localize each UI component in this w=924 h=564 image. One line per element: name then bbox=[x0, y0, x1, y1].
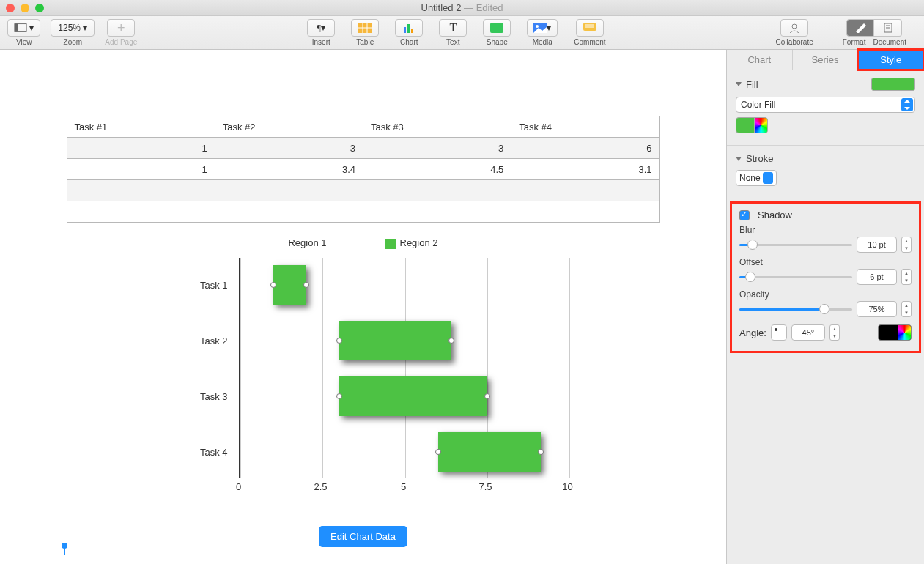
zoom-value: 125% bbox=[58, 23, 81, 33]
stroke-type-select[interactable]: None bbox=[736, 170, 777, 186]
table-cell[interactable] bbox=[67, 180, 215, 201]
table-cell[interactable] bbox=[215, 201, 363, 223]
chart-bar[interactable] bbox=[438, 432, 541, 472]
table-header[interactable]: Task #4 bbox=[511, 116, 659, 138]
legend-item: Region 2 bbox=[385, 237, 438, 249]
window-title: Untitled 2 — Edited bbox=[421, 2, 503, 13]
tab-chart[interactable]: Chart bbox=[727, 50, 793, 70]
blur-stepper[interactable]: ▲▼ bbox=[901, 237, 912, 253]
offset-value[interactable]: 6 pt bbox=[857, 269, 897, 285]
format-inspector-button[interactable] bbox=[846, 19, 874, 37]
table-cell[interactable] bbox=[67, 201, 215, 223]
document-inspector-button[interactable] bbox=[874, 19, 902, 37]
table-label: Table bbox=[356, 38, 374, 46]
table-header[interactable]: Task #1 bbox=[67, 116, 215, 138]
table-cell[interactable]: 3.4 bbox=[215, 159, 363, 180]
disclosure-triangle-icon[interactable] bbox=[736, 157, 742, 161]
collaborate-button[interactable] bbox=[780, 19, 808, 37]
color-wheel-icon[interactable] bbox=[898, 325, 911, 340]
table-cell[interactable] bbox=[215, 180, 363, 201]
offset-slider[interactable] bbox=[739, 270, 852, 283]
angle-stepper[interactable]: ▲▼ bbox=[829, 324, 840, 341]
angle-dial[interactable] bbox=[771, 324, 787, 341]
blur-slider[interactable] bbox=[739, 238, 852, 251]
y-axis-label: Task 2 bbox=[158, 335, 228, 346]
chart-bar[interactable] bbox=[273, 265, 306, 305]
legend-swatch bbox=[385, 239, 396, 249]
y-axis-label: Task 3 bbox=[158, 390, 228, 401]
table-cell[interactable]: 3.1 bbox=[511, 159, 659, 180]
x-axis-label: 0 bbox=[236, 481, 241, 492]
edit-chart-data-button[interactable]: Edit Chart Data bbox=[319, 526, 407, 547]
table-header[interactable]: Task #2 bbox=[215, 116, 363, 138]
fullscreen-window-button[interactable] bbox=[35, 4, 44, 12]
shadow-color-well[interactable] bbox=[878, 324, 912, 341]
table-header[interactable]: Task #3 bbox=[363, 116, 511, 138]
insert-label: Insert bbox=[312, 38, 330, 46]
opacity-slider[interactable] bbox=[739, 303, 852, 316]
fill-preview-swatch bbox=[871, 78, 915, 91]
table-cell[interactable]: 3 bbox=[215, 138, 363, 159]
table-cell[interactable] bbox=[363, 180, 511, 201]
chart[interactable]: Region 1 Region 2 bbox=[67, 237, 660, 547]
table-cell[interactable]: 1 bbox=[67, 159, 215, 180]
blur-value[interactable]: 10 pt bbox=[857, 237, 897, 253]
shape-button[interactable] bbox=[483, 19, 511, 37]
y-axis-label: Task 1 bbox=[158, 279, 228, 290]
table-cell[interactable]: 1 bbox=[67, 138, 215, 159]
comment-label: Comment bbox=[574, 38, 605, 46]
add-page-label: Add Page bbox=[105, 38, 137, 46]
opacity-stepper[interactable]: ▲▼ bbox=[901, 301, 912, 317]
table-cell[interactable]: 6 bbox=[511, 138, 659, 159]
offset-stepper[interactable]: ▲▼ bbox=[901, 269, 912, 285]
table-cell[interactable] bbox=[511, 180, 659, 201]
comment-button[interactable] bbox=[576, 19, 604, 37]
color-wheel-icon[interactable] bbox=[754, 118, 767, 133]
tab-style[interactable]: Style bbox=[858, 50, 924, 70]
insert-button[interactable]: ¶▾ bbox=[307, 19, 335, 37]
chart-bar[interactable] bbox=[339, 321, 451, 360]
chart-bar[interactable] bbox=[339, 376, 487, 416]
document-canvas[interactable]: Task #1 Task #2 Task #3 Task #4 1 3 3 6 … bbox=[0, 50, 726, 564]
add-page-button[interactable]: + bbox=[107, 19, 135, 37]
tab-series[interactable]: Series bbox=[793, 50, 859, 70]
data-table[interactable]: Task #1 Task #2 Task #3 Task #4 1 3 3 6 … bbox=[67, 116, 660, 223]
blur-label: Blur bbox=[739, 225, 912, 235]
svg-rect-8 bbox=[411, 29, 413, 33]
table-cell[interactable]: 4.5 bbox=[363, 159, 511, 180]
chart-legend: Region 1 Region 2 bbox=[67, 237, 660, 249]
media-button[interactable]: ▾ bbox=[527, 19, 558, 37]
zoom-select[interactable]: 125% ▾ bbox=[51, 19, 95, 37]
disclosure-triangle-icon[interactable] bbox=[736, 82, 742, 86]
table-cell[interactable] bbox=[363, 201, 511, 223]
shadow-section: Shadow Blur 10 pt ▲▼ Offset 6 pt ▲▼ Opac… bbox=[730, 201, 921, 353]
shadow-checkbox[interactable] bbox=[739, 210, 750, 220]
view-menu-button[interactable]: ▾ bbox=[7, 19, 40, 37]
shape-label: Shape bbox=[487, 38, 508, 46]
table-button[interactable] bbox=[351, 19, 379, 37]
x-axis-label: 2.5 bbox=[314, 481, 327, 492]
shadow-title: Shadow bbox=[758, 209, 792, 220]
svg-rect-7 bbox=[407, 24, 410, 33]
close-window-button[interactable] bbox=[6, 4, 15, 12]
table-cell[interactable]: 3 bbox=[363, 138, 511, 159]
table-cell[interactable] bbox=[511, 201, 659, 223]
text-label: Text bbox=[446, 38, 459, 46]
stroke-title: Stroke bbox=[746, 153, 774, 164]
minimize-window-button[interactable] bbox=[21, 4, 29, 12]
chart-button[interactable] bbox=[395, 19, 423, 37]
svg-rect-1 bbox=[15, 24, 18, 32]
format-inspector: Chart Series Style Fill Color Fill Strok… bbox=[726, 50, 924, 564]
opacity-value[interactable]: 75% bbox=[857, 301, 897, 317]
text-button[interactable]: T bbox=[439, 19, 467, 37]
chart-label: Chart bbox=[400, 38, 418, 46]
fill-color-well[interactable] bbox=[736, 117, 768, 133]
fill-type-select[interactable]: Color Fill bbox=[736, 97, 915, 113]
fill-section: Fill Color Fill bbox=[727, 70, 924, 146]
chart-plot[interactable]: Task 1 Task 2 Task 3 Task 4 0 2.5 5 7.5 … bbox=[158, 258, 569, 492]
fill-title: Fill bbox=[746, 79, 758, 90]
collaborate-label: Collaborate bbox=[776, 38, 813, 46]
opacity-label: Opacity bbox=[739, 289, 912, 300]
angle-value[interactable]: 45° bbox=[791, 324, 825, 341]
angle-label: Angle: bbox=[739, 327, 766, 338]
